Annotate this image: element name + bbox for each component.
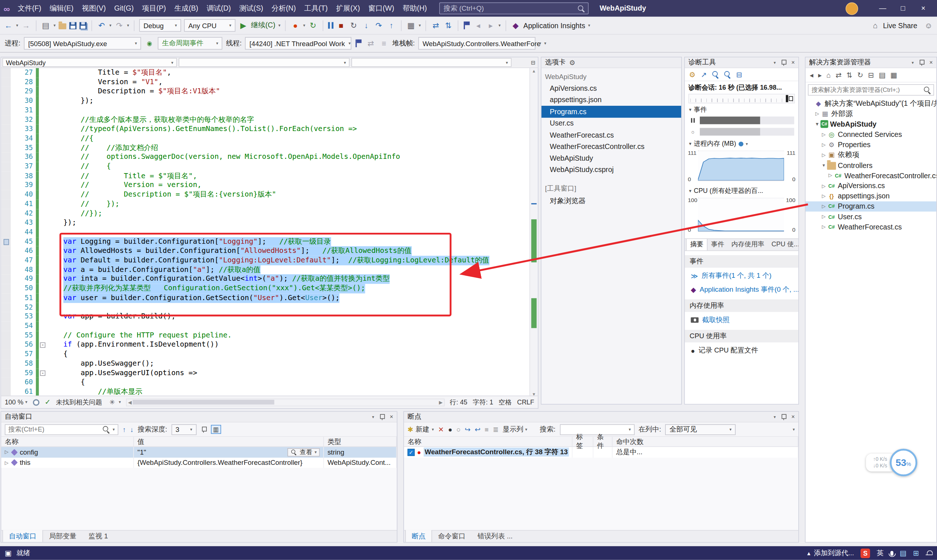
diagnostics-tab[interactable]: 内存使用率 xyxy=(728,238,768,250)
feedback-icon[interactable]: ☺ xyxy=(924,18,933,32)
code-line[interactable]: 53var app = builder.Build(); xyxy=(1,312,529,322)
tree-item[interactable]: ▷▦外部源 xyxy=(806,109,937,119)
document-tab[interactable]: WeatherForecast.cs xyxy=(542,129,681,141)
expander-icon[interactable]: ▷ xyxy=(821,152,827,158)
enable-all-icon[interactable]: ○ xyxy=(456,426,460,433)
document-tab[interactable]: WebApiStudy xyxy=(542,152,681,164)
code-line[interactable]: 33 //typeof(ApiVersions).GetEnumNames().… xyxy=(1,125,529,134)
next-bookmark-icon[interactable]: ▸ xyxy=(486,18,495,32)
solution-search-box[interactable]: 搜索解决方案资源管理器(Ctrl+;) xyxy=(808,84,934,95)
breakpoint-margin[interactable] xyxy=(1,115,11,125)
solution-platform-dropdown[interactable]: Any CPU▾ xyxy=(184,19,235,31)
document-tab[interactable]: Program.cs xyxy=(542,106,681,117)
breakpoint-margin[interactable] xyxy=(1,209,11,218)
code-line[interactable]: 52 xyxy=(1,303,529,312)
window-position-icon[interactable]: ▾ xyxy=(774,414,776,419)
scroll-left-icon[interactable]: ◀ xyxy=(128,399,132,405)
tree-item[interactable]: ◆解决方案“WebApiStudy”(1 个项目/共 xyxy=(806,98,937,109)
column-value[interactable]: 值 xyxy=(134,437,324,446)
close-button[interactable]: × xyxy=(913,0,934,17)
ime-language-indicator[interactable]: 英 xyxy=(877,549,883,557)
fold-margin[interactable] xyxy=(39,274,46,284)
breakpoint-margin[interactable] xyxy=(1,331,11,340)
fold-margin[interactable] xyxy=(39,246,46,256)
fold-margin[interactable] xyxy=(39,387,46,397)
expander-icon[interactable]: ▷ xyxy=(821,225,827,230)
break-all-icon[interactable] xyxy=(328,22,334,29)
expander-icon[interactable]: ▷ xyxy=(821,183,827,189)
timeline-handle[interactable] xyxy=(786,95,788,103)
forward-icon[interactable]: ▸ xyxy=(818,71,822,79)
document-tab[interactable]: WebApiStudy.csproj xyxy=(542,164,681,176)
breakpoint-margin[interactable] xyxy=(1,265,11,275)
show-columns-button[interactable]: 显示列▾ xyxy=(503,425,528,434)
go-to-source-icon[interactable]: ≡ xyxy=(485,426,489,433)
breakpoint-margin[interactable] xyxy=(1,190,11,200)
restart-icon[interactable]: ↻ xyxy=(308,18,318,32)
cpu-section-header[interactable]: ▾CPU (所有处理器的百... xyxy=(685,185,798,196)
net-speed-widget[interactable]: ↑0 K/s ↓0 K/s 53% xyxy=(866,449,917,476)
tree-item[interactable]: ▷◎Connected Services xyxy=(806,129,937,140)
menu-item[interactable]: 帮助(H) xyxy=(398,2,431,15)
breakpoint-margin[interactable] xyxy=(1,322,11,331)
fold-margin[interactable] xyxy=(39,303,46,312)
menu-item[interactable]: 视图(V) xyxy=(78,2,110,15)
diagnostics-tab[interactable]: 事件 xyxy=(708,238,728,250)
fold-margin[interactable] xyxy=(39,237,46,247)
zoom-out-icon[interactable] xyxy=(724,71,731,78)
autos-tab[interactable]: 自动窗口 xyxy=(3,529,43,542)
sogou-ime-icon[interactable]: S xyxy=(860,548,870,558)
fold-margin[interactable] xyxy=(39,349,46,359)
find-in-files-icon[interactable]: ▦ xyxy=(406,18,416,32)
breakpoint-margin[interactable] xyxy=(1,369,11,378)
breakpoint-margin[interactable] xyxy=(1,125,11,134)
save-icon[interactable] xyxy=(69,22,77,29)
column-hitcount[interactable]: 命中次数 xyxy=(612,437,798,446)
back-icon[interactable]: ◂ xyxy=(809,71,813,79)
fold-margin[interactable] xyxy=(39,162,46,171)
breakpoint-margin[interactable] xyxy=(1,106,11,115)
column-type[interactable]: 类型 xyxy=(324,437,397,446)
code-line[interactable]: 47var Default = builder.Configuration["L… xyxy=(1,256,529,265)
disable-all-icon[interactable]: ● xyxy=(448,426,452,433)
column-tag[interactable]: 标签 xyxy=(572,437,593,446)
lifecycle-events-dropdown[interactable]: 生命周期事件▾ xyxy=(158,37,222,49)
to-source-icon[interactable]: ≡ xyxy=(379,37,389,50)
continue-icon[interactable]: ▶ xyxy=(238,18,248,32)
code-line[interactable]: 57{ xyxy=(1,349,529,359)
thread-dropdown[interactable]: [44240] .NET ThreadPool Work▾ xyxy=(245,37,352,49)
menu-item[interactable]: 测试(S) xyxy=(235,2,267,15)
save-all-icon[interactable] xyxy=(79,22,87,29)
watch-row[interactable]: ▷this{WebApiStudy.Controllers.WeatherFor… xyxy=(1,457,397,468)
code-area[interactable]: 27 Title = $"项目名",28 Version = "V1",29 D… xyxy=(1,68,529,397)
home-icon[interactable]: ⌂ xyxy=(826,71,831,79)
code-line[interactable]: 34 //{ xyxy=(1,134,529,143)
fold-margin[interactable] xyxy=(39,171,46,181)
hot-reload-dropdown-icon[interactable]: ▾ xyxy=(303,23,305,28)
code-line[interactable]: 32 //生成多个版本显示，获取枚举类中的每个枚举的名字 xyxy=(1,115,529,125)
expander-icon[interactable]: ▾ xyxy=(814,122,821,127)
continue-button[interactable]: 继续(C) xyxy=(251,20,275,31)
fold-margin[interactable] xyxy=(39,359,46,369)
code-line[interactable]: 37 // { xyxy=(1,162,529,171)
redo-dropdown-icon[interactable]: ▾ xyxy=(127,23,129,28)
tree-item[interactable]: ▷C#WeatherForecast.cs xyxy=(806,222,937,232)
add-to-source-control-button[interactable]: ▲添加到源代... xyxy=(806,549,854,557)
process-dropdown[interactable]: [50508] WebApiStudy.exe▾ xyxy=(24,37,141,49)
code-line[interactable]: 28 Version = "V1", xyxy=(1,78,529,87)
document-health-icon[interactable] xyxy=(32,399,39,406)
column-name[interactable]: 名称 xyxy=(1,437,134,446)
fold-margin[interactable] xyxy=(39,218,46,228)
fold-margin[interactable] xyxy=(39,256,46,265)
menu-item[interactable]: Git(G) xyxy=(110,3,138,15)
breakpoint-margin[interactable] xyxy=(1,87,11,96)
split-window-icon[interactable]: ⊟ xyxy=(531,59,535,65)
breakpoint-margin[interactable] xyxy=(1,256,11,265)
fold-margin[interactable] xyxy=(39,78,46,87)
fold-margin[interactable] xyxy=(39,125,46,134)
expander-icon[interactable]: ▾ xyxy=(821,163,827,168)
watch-row[interactable]: ▷config"1"查看▾string xyxy=(1,447,397,457)
column-condition[interactable]: 条件 xyxy=(593,437,612,446)
breakpoint-margin[interactable] xyxy=(1,218,11,228)
breakpoint-margin[interactable] xyxy=(1,181,11,190)
